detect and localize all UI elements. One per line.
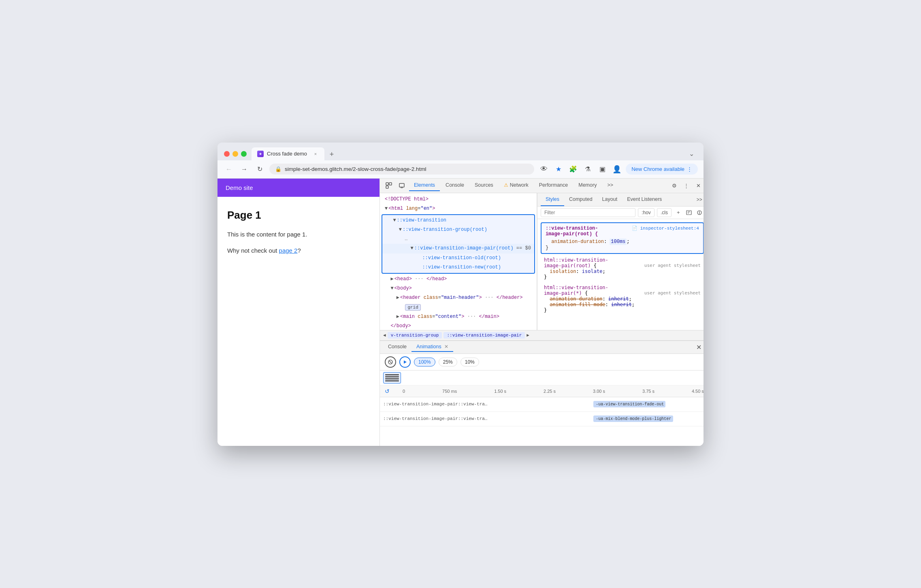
page2-link[interactable]: page 2 <box>279 247 298 254</box>
tabs-bar: ★ Cross fade demo × + <box>252 147 681 160</box>
user-agent-rule-1: html::view-transition-image-pair(root) {… <box>541 256 704 281</box>
tab-console[interactable]: Console <box>441 180 469 191</box>
extension-icon[interactable]: 🧩 <box>567 164 579 175</box>
close-devtools-icon[interactable]: ✕ <box>693 180 704 191</box>
maximize-window-button[interactable] <box>241 151 247 157</box>
css-source[interactable]: 📄 inspector-stylesheet:4 <box>632 226 699 231</box>
tab-close-button[interactable]: × <box>312 151 319 157</box>
play-animations-button[interactable] <box>399 356 411 368</box>
breadcrumb-item-2[interactable]: ::view-transition-image-pair <box>443 332 525 339</box>
timeline-area: ↺ 0 750 ms 1.50 s 2.25 s 3.00 s 3.75 s 4… <box>380 386 704 446</box>
animation-group-lines-icon[interactable] <box>383 372 401 383</box>
eye-off-icon[interactable]: 👁 <box>538 164 550 175</box>
breadcrumb-back-arrow[interactable]: ◀ <box>383 332 386 338</box>
bottom-tabs-bar: Console Animations ✕ ✕ <box>380 341 704 354</box>
window-expand-button[interactable]: ⌄ <box>686 148 697 160</box>
body-close-line: </body> <box>380 322 537 330</box>
header-line[interactable]: ▶<header class="main-header"> ··· </head… <box>380 293 537 303</box>
styles-filter-input[interactable] <box>541 208 635 217</box>
tab-elements[interactable]: Elements <box>409 180 440 191</box>
address-bar[interactable]: 🔒 simple-set-demos.glitch.me/2-slow-cros… <box>269 164 534 175</box>
tab-more[interactable]: >> <box>602 180 618 191</box>
breadcrumb-forward-arrow[interactable]: ▶ <box>527 332 529 338</box>
device-toolbar-icon[interactable] <box>396 180 407 191</box>
inspector-stylesheet-rule: ::view-transition-image-pair(root) { 📄 i… <box>541 222 704 254</box>
tab-sources[interactable]: Sources <box>470 180 498 191</box>
element-picker-icon[interactable] <box>383 180 394 191</box>
forward-button[interactable]: → <box>239 164 250 175</box>
para2-prefix: Why not check out <box>227 247 279 254</box>
svg-rect-4 <box>401 187 403 188</box>
timeline-label-750: 750 ms <box>442 389 457 394</box>
speed-100-button[interactable]: 100% <box>414 358 435 366</box>
styles-tab-computed[interactable]: Computed <box>564 193 597 206</box>
view-transition-image-pair-line[interactable]: ▼::view-transition-image-pair(root) == $… <box>382 244 534 253</box>
active-tab[interactable]: ★ Cross fade demo × <box>252 147 324 160</box>
animations-controls: 100% 25% 10% <box>380 354 704 371</box>
back-button[interactable]: ← <box>223 164 235 175</box>
view-transition-line[interactable]: ▼::view-transition <box>382 216 534 225</box>
bottom-panel-close-button[interactable]: ✕ <box>694 343 704 352</box>
timeline-refresh-icon[interactable]: ↺ <box>383 387 391 395</box>
close-window-button[interactable] <box>224 151 230 157</box>
speed-25-button[interactable]: 25% <box>439 358 457 366</box>
security-icon: 🔒 <box>275 166 281 172</box>
view-transition-group-line[interactable]: ▼::view-transition-group(root) <box>382 225 534 234</box>
breadcrumb-item-1[interactable]: v-transition-group <box>388 332 442 339</box>
cls-button[interactable]: .cls <box>657 208 672 217</box>
chrome-update-label: New Chrome available <box>631 166 684 172</box>
nav-icons: 👁 ★ 🧩 ⚗ ▣ 👤 New Chrome available ⋮ <box>538 164 698 175</box>
new-style-rule-icon[interactable] <box>684 208 693 217</box>
devtools-tabs: Elements Console Sources ⚠ Network Perfo… <box>409 180 667 191</box>
styles-tabs-more[interactable]: >> <box>695 194 704 206</box>
timeline-row-1-label: ::view-transition-image-pair::view-tra… <box>380 402 518 407</box>
anim-line-4 <box>385 380 399 381</box>
timeline-bar-1[interactable]: -ua-view-transition-fade-out <box>593 401 665 407</box>
main-line[interactable]: ▶<main class="content"> ··· </main> <box>380 312 537 322</box>
devtools-panel: Elements Console Sources ⚠ Network Perfo… <box>379 179 704 446</box>
svg-rect-2 <box>386 186 388 188</box>
css-property-animation-duration: animation-duration: 100ms; <box>546 239 699 245</box>
minimize-window-button[interactable] <box>232 151 238 157</box>
bookmark-icon[interactable]: ★ <box>553 164 564 175</box>
tab-performance[interactable]: Performance <box>534 180 573 191</box>
settings-icon[interactable]: ⚙ <box>669 180 680 191</box>
css-close-brace: } <box>546 245 699 251</box>
demo-content: Page 1 This is the content for page 1. W… <box>217 197 379 274</box>
animations-tab-close[interactable]: ✕ <box>444 344 448 349</box>
devtools-bottom-panel: Console Animations ✕ ✕ <box>380 341 704 446</box>
lab-icon[interactable]: ⚗ <box>582 164 593 175</box>
styles-panel: Styles Computed Layout Event Listeners >… <box>537 193 704 330</box>
body-line[interactable]: ▼<body> <box>380 284 537 293</box>
network-warning-icon: ⚠ <box>504 182 508 188</box>
hov-button[interactable]: :hov <box>638 208 655 217</box>
timeline-bar-2[interactable]: -ua-mix-blend-mode-plus-lighter <box>593 415 673 422</box>
split-view-icon[interactable]: ▣ <box>597 164 608 175</box>
tab-network[interactable]: ⚠ Network <box>499 180 533 191</box>
bottom-tab-console[interactable]: Console <box>383 342 411 352</box>
pause-animations-button[interactable] <box>385 356 396 368</box>
timeline-row-2: ::view-transition-image-pair::view-tra… … <box>380 412 704 426</box>
timeline-rows: ::view-transition-image-pair::view-tra… … <box>380 397 704 446</box>
reload-button[interactable]: ↻ <box>254 164 265 175</box>
view-transition-new-line[interactable]: ::view-transition-new(root) <box>382 263 534 272</box>
new-tab-button[interactable]: + <box>326 149 337 160</box>
styles-tab-styles[interactable]: Styles <box>541 193 564 206</box>
speed-10-button[interactable]: 10% <box>460 358 479 366</box>
html-line: ▼<html lang="en"> <box>380 204 537 213</box>
para2-suffix: ? <box>297 247 301 254</box>
tab-memory[interactable]: Memory <box>573 180 601 191</box>
head-line[interactable]: ▶<head> ··· </head> <box>380 275 537 284</box>
devtools-menu-icon[interactable]: ⋮ <box>681 180 692 191</box>
animations-tab-label: Animations <box>416 344 441 349</box>
bottom-tab-animations[interactable]: Animations ✕ <box>411 342 453 352</box>
chrome-update-button[interactable]: New Chrome available ⋮ <box>626 164 698 175</box>
profile-icon[interactable]: 👤 <box>611 164 623 175</box>
toggle-classes-icon[interactable] <box>695 208 704 217</box>
add-style-rule-icon[interactable]: + <box>674 208 683 217</box>
styles-tab-layout[interactable]: Layout <box>597 193 623 206</box>
styles-tab-event-listeners[interactable]: Event Listeners <box>622 193 667 206</box>
view-transition-old-line[interactable]: ::view-transition-old(root) <box>382 254 534 263</box>
anim-line-3 <box>385 378 399 379</box>
view-transition-selection: ▼::view-transition ▼::view-transition-gr… <box>382 214 535 274</box>
